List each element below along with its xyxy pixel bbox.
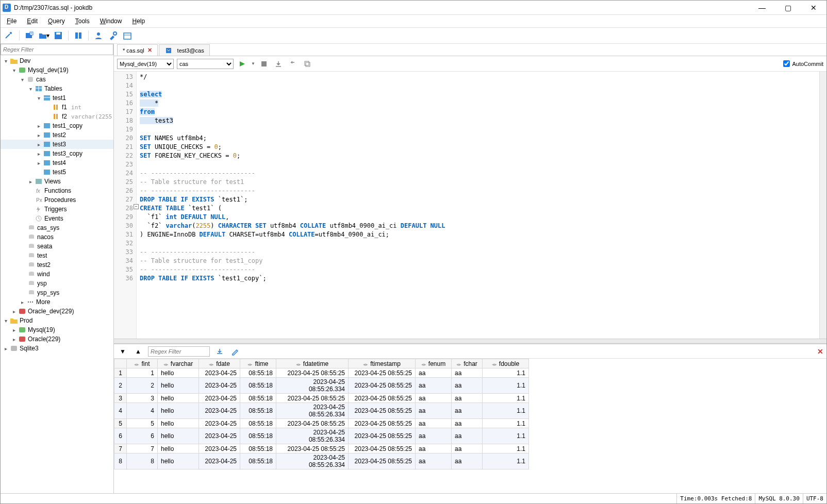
tree-test5[interactable]: test5 (1, 167, 113, 177)
svg-rect-21 (54, 105, 55, 110)
tree-events[interactable]: Events (1, 214, 113, 223)
scrollbar-vertical[interactable] (819, 72, 826, 339)
tree-test4[interactable]: ▸test4 (1, 158, 113, 167)
sort-desc-icon[interactable]: ▼ (117, 346, 128, 357)
tree-test1[interactable]: ▾test1 (1, 93, 113, 103)
fold-icon[interactable]: − (134, 204, 139, 209)
tree-f2[interactable]: f2varchar(2255 (1, 112, 113, 121)
sidebar-filter-input[interactable] (1, 44, 113, 55)
new-tab-icon[interactable]: + (24, 30, 35, 41)
connection-select[interactable]: Mysql_dev(19) (117, 59, 174, 69)
menu-file[interactable]: File (3, 16, 21, 26)
database-select[interactable]: cas (177, 59, 234, 69)
tab-cas-sql[interactable]: * cas.sql✕ (117, 44, 158, 56)
calendar-icon[interactable] (122, 30, 133, 41)
col-fdatetime[interactable]: ◂▸fdatetime (276, 359, 349, 368)
tree-test2[interactable]: ▸test2 (1, 130, 113, 140)
menu-query[interactable]: Query (44, 16, 69, 26)
user-icon[interactable] (93, 30, 104, 41)
tree-test2db[interactable]: test2 (1, 260, 113, 270)
tree-tables[interactable]: ▾Tables (1, 84, 113, 93)
open-icon[interactable]: ▾ (38, 30, 49, 41)
tree-views[interactable]: ▸Views (1, 177, 113, 186)
menu-help[interactable]: Help (128, 16, 149, 26)
menu-edit[interactable]: Edit (23, 16, 42, 26)
tree-test3-copy[interactable]: ▸test3_copy (1, 149, 113, 158)
close-icon[interactable]: ✕ (147, 47, 152, 54)
col-ftimestamp[interactable]: ◂▸ftimestamp (349, 359, 416, 368)
col-fint[interactable]: ◂▸fint (127, 359, 158, 368)
svg-rect-10 (124, 33, 131, 39)
results-grid[interactable]: ◂▸fint ◂▸fvarchar ◂▸fdate ◂▸ftime ◂▸fdat… (114, 359, 826, 493)
table-row[interactable]: 77hello2023-04-2508:55:182023-04-25 08:5… (114, 444, 529, 453)
col-fchar[interactable]: ◂▸fchar (452, 359, 483, 368)
svg-rect-53 (19, 337, 25, 342)
col-fvarchar[interactable]: ◂▸fvarchar (158, 359, 199, 368)
menu-window[interactable]: Window (96, 16, 126, 26)
close-button[interactable]: ✕ (806, 4, 821, 12)
connect-icon[interactable] (4, 30, 15, 41)
minimize-button[interactable]: — (754, 4, 770, 12)
tree-prod[interactable]: ▾Prod (1, 316, 113, 325)
table-row[interactable]: 88hello2023-04-2508:55:182023-04-25 08:5… (114, 453, 529, 469)
tab-test3-cas[interactable]: test3@cas (159, 44, 210, 56)
tree-f1[interactable]: f1int (1, 103, 113, 112)
undo-icon[interactable] (287, 58, 299, 70)
download-icon[interactable] (273, 58, 284, 70)
db-tree[interactable]: ▾Dev ▾Mysql_dev(19) ▾cas ▾Tables ▾test1 … (1, 55, 113, 493)
tree-dev[interactable]: ▾Dev (1, 56, 113, 65)
tree-nacos[interactable]: nacos (1, 232, 113, 242)
tree-triggers[interactable]: Triggers (1, 205, 113, 214)
svg-point-9 (113, 32, 117, 35)
tree-sqlite3[interactable]: ▸Sqlite3 (1, 344, 113, 353)
tree-oracle-dev[interactable]: ▸Oracle_dev(229) (1, 307, 113, 316)
table-row[interactable]: 55hello2023-04-2508:55:182023-04-25 08:5… (114, 419, 529, 428)
run-icon[interactable] (237, 58, 248, 70)
table-row[interactable]: 11hello2023-04-2508:55:182023-04-25 08:5… (114, 368, 529, 378)
export-results-icon[interactable] (214, 346, 225, 357)
tree-more[interactable]: ▸⋯More (1, 297, 113, 307)
tree-test3[interactable]: ▸test3 (1, 140, 113, 149)
sidebar-filter[interactable] (1, 44, 113, 55)
tree-cas[interactable]: ▾cas (1, 75, 113, 84)
tree-cas-sys[interactable]: cas_sys (1, 223, 113, 232)
table-row[interactable]: 33hello2023-04-2508:55:182023-04-25 08:5… (114, 394, 529, 403)
table-row[interactable]: 22hello2023-04-2508:55:182023-04-25 08:5… (114, 378, 529, 394)
autocommit-checkbox[interactable]: AutoCommit (783, 60, 823, 67)
save-icon[interactable] (53, 30, 64, 41)
horizontal-splitter[interactable] (114, 339, 826, 344)
copy-icon[interactable] (302, 58, 313, 70)
tree-oracle-prod[interactable]: ▸Oracle(229) (1, 334, 113, 344)
svg-text:Px: Px (36, 197, 42, 203)
tree-ysp[interactable]: ysp (1, 279, 113, 288)
tree-test[interactable]: test (1, 251, 113, 260)
maximize-button[interactable]: ▢ (780, 4, 796, 12)
tree-seata[interactable]: seata (1, 242, 113, 251)
col-fdouble[interactable]: ◂▸fdouble (483, 359, 529, 368)
code-area[interactable]: */ select * from test3 SET NAMES utf8mb4… (137, 72, 819, 339)
sort-asc-icon[interactable]: ▲ (133, 346, 144, 357)
export-icon[interactable] (73, 30, 84, 41)
statusbar: Time:0.003s Fetched:8 MySQL 8.0.30 UTF-8 (1, 493, 826, 503)
tree-wind[interactable]: wind (1, 270, 113, 279)
col-fdate[interactable]: ◂▸fdate (199, 359, 240, 368)
tools-icon[interactable] (107, 30, 119, 41)
sql-editor[interactable]: 1314151617181920212223242526272829303132… (114, 72, 826, 339)
svg-rect-30 (44, 170, 50, 175)
tree-ysp-sys[interactable]: ysp_sys (1, 288, 113, 297)
tree-test1-copy[interactable]: ▸test1_copy (1, 121, 113, 130)
edit-results-icon[interactable] (229, 346, 241, 357)
col-fenum[interactable]: ◂▸fenum (416, 359, 452, 368)
menu-tools[interactable]: Tools (71, 16, 94, 26)
app-icon (3, 4, 11, 12)
tree-procedures[interactable]: PxProcedures (1, 195, 113, 205)
col-ftime[interactable]: ◂▸ftime (240, 359, 276, 368)
table-row[interactable]: 66hello2023-04-2508:55:182023-04-25 08:5… (114, 428, 529, 444)
tree-mysql-dev[interactable]: ▾Mysql_dev(19) (1, 65, 113, 75)
close-results-icon[interactable]: ✕ (817, 347, 823, 356)
table-row[interactable]: 44hello2023-04-2508:55:182023-04-25 08:5… (114, 403, 529, 419)
stop-icon[interactable] (258, 58, 270, 70)
results-filter-input[interactable] (148, 346, 210, 357)
tree-functions[interactable]: fxFunctions (1, 186, 113, 195)
tree-mysql-prod[interactable]: ▸Mysql(19) (1, 325, 113, 334)
